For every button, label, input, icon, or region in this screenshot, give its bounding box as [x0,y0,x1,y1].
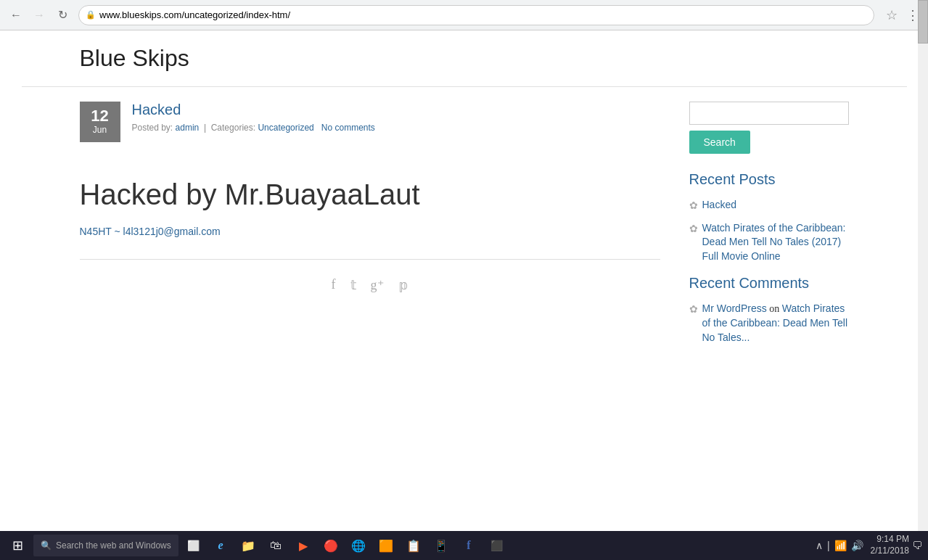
recent-posts-list: ✿ Hacked ✿ Watch Pirates of the Caribbea… [689,198,849,263]
sidebar: Search Recent Posts ✿ Hacked ✿ Watch Pir… [689,102,849,353]
recent-posts-title: Recent Posts [689,171,849,188]
recent-comments-list: ✿ Mr WordPress on Watch Pirates of the C… [689,302,849,345]
date-box: 12 Jun [80,102,120,142]
list-item: ✿ Mr WordPress on Watch Pirates of the C… [689,302,849,345]
recent-comments-title: Recent Comments [689,275,849,292]
recent-post-link-2[interactable]: Watch Pirates of the Caribbean: Dead Men… [702,221,849,264]
post-content: Hacked Posted by: admin | Categories: Un… [132,102,660,142]
comment-text: Mr WordPress on Watch Pirates of the Car… [702,302,849,345]
post-meta: Posted by: admin | Categories: Uncategor… [132,123,660,133]
commenter-link[interactable]: Mr WordPress [702,302,767,314]
site-title: Blue Skips [80,45,849,72]
date-month: Jun [93,124,107,136]
security-icon: 🔒 [86,10,96,20]
post-heading: Hacked by Mr.BuayaaLaut [80,178,660,211]
googleplus-icon[interactable]: g⁺ [371,277,385,293]
nav-buttons: ← → ↻ [6,5,73,25]
post-author-line: N45HT ~ l4l3121j0@gmail.com [80,226,660,237]
categories-label: Categories: [211,123,255,133]
date-day: 12 [91,108,108,124]
post-divider [80,259,660,260]
post-title-link[interactable]: Hacked [132,102,181,118]
pinterest-icon[interactable]: 𝕡 [399,277,408,293]
search-widget: Search [689,102,849,154]
social-icons: f 𝕥 g⁺ 𝕡 [80,271,660,299]
twitter-icon[interactable]: 𝕥 [350,277,356,293]
post-wrap: 12 Jun Hacked Posted by: admin | Categor… [80,102,660,142]
back-button[interactable]: ← [6,5,26,25]
list-bullet: ✿ [689,199,698,212]
scrollbar-thumb[interactable] [918,0,928,44]
search-button[interactable]: Search [689,131,750,154]
main-content: 12 Jun Hacked Posted by: admin | Categor… [22,87,907,368]
site-header: Blue Skips [22,30,907,87]
list-bullet: ✿ [689,223,698,235]
category-link[interactable]: Uncategorized [258,123,313,133]
recent-post-link-1[interactable]: Hacked [702,198,736,213]
address-input[interactable] [78,5,874,25]
site-wrapper: Blue Skips 12 Jun Hacked Posted by: admi… [7,30,921,368]
comments-link[interactable]: No comments [321,123,375,133]
forward-button[interactable]: → [29,5,49,25]
scrollbar-track[interactable] [918,0,928,368]
bookmark-button[interactable]: ☆ [886,7,898,23]
list-bullet: ✿ [689,303,698,316]
facebook-icon[interactable]: f [332,277,336,293]
search-input[interactable] [689,102,849,125]
posted-by-label: Posted by: [132,123,173,133]
author-link[interactable]: admin [176,123,200,133]
primary-content: 12 Jun Hacked Posted by: admin | Categor… [80,102,660,353]
post-body: Hacked by Mr.BuayaaLaut N45HT ~ l4l3121j… [80,164,660,237]
refresh-button[interactable]: ↻ [52,5,73,25]
list-item: ✿ Watch Pirates of the Caribbean: Dead M… [689,221,849,264]
address-bar-wrap: 🔒 [78,5,874,25]
on-label: on [769,303,782,314]
browser-chrome: ← → ↻ 🔒 ☆ ⋮ [0,0,928,30]
list-item: ✿ Hacked [689,198,849,213]
